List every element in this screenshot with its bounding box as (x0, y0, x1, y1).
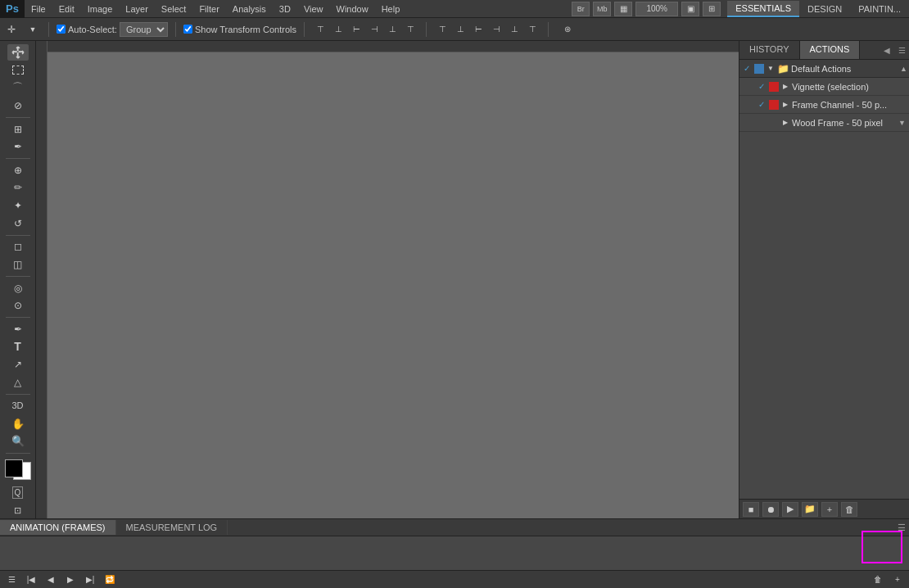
action-check-2[interactable]: ✓ (756, 99, 767, 111)
anim-next-frame-btn[interactable]: ▶| (82, 573, 98, 586)
autoselect-checkbox[interactable] (57, 25, 66, 34)
menu-edit[interactable]: Edit (52, 2, 81, 16)
action-expand-1[interactable]: ▶ (780, 82, 790, 92)
screen-mode[interactable]: ▣ (681, 2, 699, 16)
action-check-3[interactable] (756, 117, 767, 129)
align-top-btn[interactable]: ⊤ (312, 21, 328, 38)
action-vignette[interactable]: ✓ ▶ Vignette (selection) (739, 78, 909, 96)
menu-file[interactable]: File (25, 2, 52, 16)
workspace-layout-icon[interactable]: ▦ (614, 2, 632, 16)
quick-mask-btn[interactable]: Q (7, 485, 29, 501)
mini-bridge-icon[interactable]: Mb (593, 2, 611, 16)
autoselect-select[interactable]: Group Layer (120, 22, 168, 37)
action-group-default[interactable]: ✓ ▼ 📁 Default Actions ▲ (739, 60, 909, 78)
clone-stamp-btn[interactable]: ✦ (7, 197, 29, 214)
gradient-tool-btn[interactable]: ◫ (7, 256, 29, 273)
dodge-tool-btn[interactable]: ⊙ (7, 297, 29, 314)
stop-btn[interactable]: ■ (743, 502, 759, 517)
brush-tool-btn[interactable]: ✏ (7, 180, 29, 197)
arrange-icon[interactable]: ⊞ (703, 2, 721, 16)
bottom-controls: ☰ |◀ ◀ ▶ ▶| 🔁 🗑 + (0, 570, 909, 588)
anim-menu-btn[interactable]: ☰ (3, 573, 20, 586)
spot-healing-btn[interactable]: ⊕ (7, 162, 29, 179)
blur-tool-btn[interactable]: ◎ (7, 280, 29, 296)
anim-loop-btn[interactable]: 🔁 (102, 573, 118, 586)
action-expand-3[interactable]: ▶ (780, 118, 790, 128)
panel-menu-btn[interactable]: ☰ (894, 41, 909, 59)
auto-align-btn[interactable]: ⊛ (556, 21, 579, 38)
zoom-level[interactable]: 100% (635, 2, 678, 16)
hand-tool-btn[interactable]: ✋ (7, 415, 29, 432)
tab-history[interactable]: HISTORY (739, 41, 800, 59)
anim-prev-frame-btn[interactable]: |◀ (23, 573, 39, 586)
tab-animation[interactable]: ANIMATION (FRAMES) (0, 520, 116, 535)
menu-layer[interactable]: Layer (119, 2, 155, 16)
dist-top-btn[interactable]: ⊤ (434, 21, 450, 38)
tool-sep-2 (6, 158, 30, 159)
delete-action-btn[interactable]: 🗑 (841, 502, 857, 517)
group-expand-arrow[interactable]: ▼ (766, 64, 776, 74)
menu-3d[interactable]: 3D (273, 2, 297, 16)
bridge-icon[interactable]: Br (572, 2, 590, 16)
new-action-set-btn[interactable]: 📁 (802, 502, 818, 517)
menu-help[interactable]: Help (375, 2, 407, 16)
dist-bottom-btn[interactable]: ⊢ (470, 21, 486, 38)
align-right-btn[interactable]: ⊤ (402, 21, 418, 38)
eraser-tool-btn[interactable]: ◻ (7, 238, 29, 255)
new-action-btn[interactable]: + (821, 502, 838, 517)
panel-collapse-btn[interactable]: ◀ (880, 41, 894, 59)
workspace-design[interactable]: DESIGN (799, 2, 850, 16)
action-check-1[interactable]: ✓ (756, 81, 767, 93)
menu-view[interactable]: View (297, 2, 330, 16)
anim-new-frame-btn[interactable]: + (889, 573, 906, 586)
action-frame-channel[interactable]: ✓ ▶ Frame Channel - 50 p... (739, 96, 909, 114)
dist-hcenter-btn[interactable]: ⊥ (506, 21, 522, 38)
align-bottom-btn[interactable]: ⊢ (348, 21, 364, 38)
zoom-tool-btn[interactable]: 🔍 (7, 433, 29, 450)
lasso-tool-btn[interactable]: ⌒ (7, 79, 29, 96)
shape-tool-btn[interactable]: △ (7, 374, 29, 391)
tab-measurement[interactable]: MEASUREMENT LOG (116, 520, 228, 535)
history-brush-btn[interactable]: ↺ (7, 215, 29, 232)
align-hcenter-btn[interactable]: ⊥ (384, 21, 400, 38)
action-scroll-btn[interactable]: ▼ (898, 119, 906, 127)
show-transform-checkbox[interactable] (183, 25, 192, 34)
tool-sep-4 (6, 276, 30, 277)
screen-mode-btn[interactable]: ⊡ (7, 502, 29, 518)
record-btn[interactable]: ⏺ (762, 502, 779, 517)
anim-play-btn[interactable]: ▶ (62, 573, 79, 586)
actions-bottom-bar: ■ ⏺ ▶ 📁 + 🗑 (739, 499, 909, 518)
menu-window[interactable]: Window (330, 2, 375, 16)
dist-right-btn[interactable]: ⊤ (524, 21, 540, 38)
crop-tool-btn[interactable]: ⊞ (7, 121, 29, 138)
workspace-painting[interactable]: PAINTIN... (850, 2, 909, 16)
anim-step-back-btn[interactable]: ◀ (43, 573, 59, 586)
type-tool-btn[interactable]: T (7, 339, 29, 355)
quick-selection-tool-btn[interactable]: ⊘ (7, 97, 29, 114)
dist-vcenter-btn[interactable]: ⊥ (452, 21, 468, 38)
eyedropper-tool-btn[interactable]: ✒ (7, 138, 29, 155)
align-left-btn[interactable]: ⊣ (366, 21, 382, 38)
workspace-essentials[interactable]: ESSENTIALS (727, 1, 799, 17)
group-scroll-btn[interactable]: ▲ (900, 65, 907, 73)
dist-left-btn[interactable]: ⊣ (488, 21, 504, 38)
3d-tool-btn[interactable]: 3D (7, 398, 29, 414)
action-expand-2[interactable]: ▶ (780, 100, 790, 110)
foreground-color-swatch[interactable] (5, 459, 23, 477)
menu-select[interactable]: Select (155, 2, 193, 16)
tab-actions[interactable]: ACTIONS (800, 41, 861, 59)
anim-trash-btn[interactable]: 🗑 (870, 573, 886, 586)
menu-filter[interactable]: Filter (192, 2, 225, 16)
move-tool-options-icon: ✛ (3, 21, 20, 38)
action-wood-frame[interactable]: ▶ Wood Frame - 50 pixel ▼ (739, 114, 909, 132)
align-vcenter-btn[interactable]: ⊥ (330, 21, 346, 38)
path-selection-btn[interactable]: ↗ (7, 356, 29, 373)
menu-analysis[interactable]: Analysis (226, 2, 273, 16)
move-tool-btn[interactable]: ✛ (7, 44, 29, 61)
play-btn[interactable]: ▶ (782, 502, 798, 517)
marquee-tool-btn[interactable] (7, 62, 29, 79)
menu-image[interactable]: Image (81, 2, 120, 16)
pen-tool-btn[interactable]: ✒ (7, 321, 29, 337)
group-check[interactable]: ✓ (741, 63, 753, 75)
menubar: Ps File Edit Image Layer Select Filter A… (0, 0, 909, 18)
